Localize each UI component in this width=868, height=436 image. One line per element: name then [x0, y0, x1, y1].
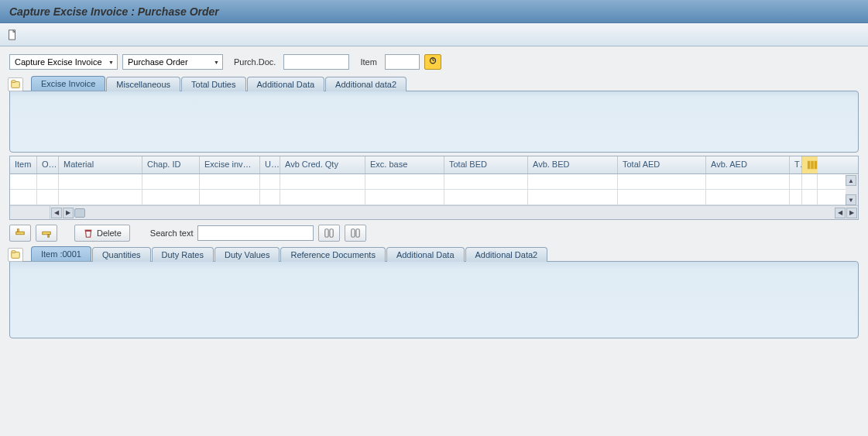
tab-additional-data[interactable]: Additional Data — [247, 77, 325, 91]
title-bar: Capture Excise Invoice : Purchase Order — [0, 0, 868, 23]
scroll-left-end-icon[interactable]: ◀ — [835, 208, 846, 218]
colhdr-ok[interactable]: OK — [37, 156, 59, 173]
tab-additional-data2[interactable]: Additional data2 — [325, 77, 407, 91]
find-button[interactable] — [318, 225, 340, 242]
reference-dropdown-value: Purchase Order — [128, 57, 188, 67]
table-row[interactable] — [10, 190, 858, 205]
scroll-right-end-icon[interactable]: ▶ — [846, 208, 857, 218]
grid-horizontal-scrollbar[interactable]: ◀ ▶ ◀ ▶ — [10, 205, 858, 219]
colhdr-avb-aed[interactable]: Avb. AED — [706, 156, 790, 173]
svg-rect-9 — [16, 232, 25, 235]
purch-doc-label: Purch.Doc. — [234, 57, 276, 67]
table-row[interactable] — [10, 174, 858, 190]
item-tab-row: Item :0001 Quantities Duty Rates Duty Va… — [9, 246, 859, 261]
find-next-button[interactable] — [345, 225, 366, 242]
colhdr-exc-base[interactable]: Exc. base — [365, 156, 444, 173]
document-icon[interactable] — [6, 29, 19, 41]
svg-rect-10 — [18, 229, 19, 232]
colhdr-avb-bed[interactable]: Avb. BED — [528, 156, 618, 173]
colhdr-t[interactable]: T — [790, 156, 802, 173]
svg-rect-17 — [356, 229, 359, 238]
colhdr-total-bed[interactable]: Total BED — [444, 156, 528, 173]
action-dropdown[interactable]: Capture Excise Invoice — [9, 54, 118, 70]
tab-duty-rates[interactable]: Duty Rates — [152, 247, 214, 262]
search-text-label: Search text — [150, 228, 194, 238]
delete-button[interactable]: Delete — [74, 225, 130, 242]
page-title: Capture Excise Invoice : Purchase Order — [9, 5, 219, 18]
scroll-up-icon[interactable]: ▲ — [846, 175, 856, 186]
header-tab-panel: Excise Invoice Miscellaneous Total Dutie… — [0, 76, 868, 156]
scroll-left-icon[interactable]: ◀ — [51, 208, 62, 218]
item-grid-header: Item OK Material Chap. ID Excise invoi..… — [10, 156, 858, 174]
item-input[interactable] — [385, 54, 420, 70]
execute-button[interactable] — [424, 54, 441, 70]
filter-row: Capture Excise Invoice Purchase Order Pu… — [0, 46, 868, 76]
svg-rect-6 — [808, 161, 811, 170]
insert-row-button[interactable] — [9, 225, 31, 242]
item-label: Item — [360, 57, 376, 67]
grid-actions-row: Delete Search text — [0, 220, 868, 246]
action-dropdown-value: Capture Excise Invoice — [15, 57, 102, 67]
reference-dropdown[interactable]: Purchase Order — [122, 54, 223, 70]
tab-item-additional-data2[interactable]: Additional Data2 — [465, 247, 548, 262]
colhdr-chap-id[interactable]: Chap. ID — [142, 156, 200, 173]
svg-rect-8 — [815, 161, 818, 170]
colhdr-excise-invoice[interactable]: Excise invoi... — [200, 156, 260, 173]
tab-excise-invoice[interactable]: Excise Invoice — [31, 76, 105, 91]
item-tab-panel: Item :0001 Quantities Duty Rates Duty Va… — [0, 246, 868, 342]
delete-button-label: Delete — [97, 228, 122, 238]
colhdr-total-aed[interactable]: Total AED — [618, 156, 706, 173]
svg-rect-14 — [325, 229, 328, 238]
svg-rect-16 — [352, 229, 355, 238]
svg-rect-7 — [811, 161, 814, 170]
item-tab-body — [9, 261, 859, 338]
tab-item-additional-data[interactable]: Additional Data — [386, 247, 465, 262]
colhdr-material[interactable]: Material — [59, 156, 142, 173]
tab-reference-documents[interactable]: Reference Documents — [280, 247, 385, 262]
colhdr-avb-cred-qty[interactable]: Avb Cred. Qty — [280, 156, 365, 173]
colhdr-item[interactable]: Item — [10, 156, 37, 173]
colhdr-uom[interactable]: U... — [260, 156, 280, 173]
header-tab-body — [9, 91, 859, 153]
tab-miscellaneous[interactable]: Miscellaneous — [106, 77, 180, 91]
tab-quantities[interactable]: Quantities — [92, 247, 151, 262]
tab-duty-values[interactable]: Duty Values — [214, 247, 280, 262]
svg-rect-12 — [48, 235, 50, 238]
svg-rect-11 — [43, 232, 51, 235]
svg-rect-15 — [330, 229, 333, 238]
item-grid: Item OK Material Chap. ID Excise invoi..… — [9, 156, 859, 220]
search-text-input[interactable] — [197, 225, 314, 241]
tab-total-duties[interactable]: Total Duties — [181, 77, 245, 91]
purch-doc-input[interactable] — [283, 54, 349, 70]
tab-item-0001[interactable]: Item :0001 — [31, 246, 91, 261]
grid-configure-button[interactable] — [802, 156, 818, 173]
scroll-right-icon[interactable]: ▶ — [63, 208, 74, 218]
delete-row-button[interactable] — [36, 225, 57, 242]
item-grid-wrap: Item OK Material Chap. ID Excise invoi..… — [0, 156, 868, 220]
header-tab-row: Excise Invoice Miscellaneous Total Dutie… — [9, 76, 859, 91]
item-grid-rows — [10, 174, 858, 205]
scroll-thumb[interactable] — [74, 208, 85, 218]
svg-rect-13 — [85, 230, 92, 232]
grid-vertical-scrollbar[interactable]: ▲ ▼ — [846, 175, 858, 205]
scroll-down-icon[interactable]: ▼ — [846, 194, 856, 205]
app-toolbar — [0, 23, 868, 46]
